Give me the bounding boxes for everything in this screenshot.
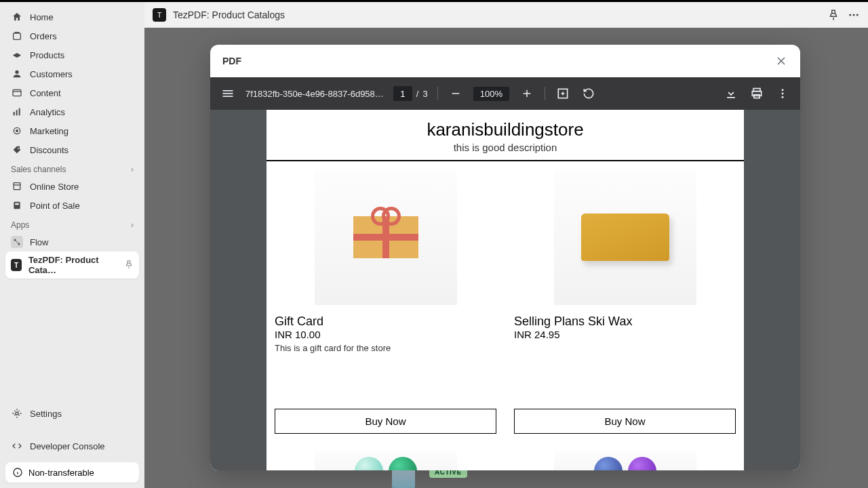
pin-icon[interactable] xyxy=(124,260,134,270)
svg-point-16 xyxy=(849,14,851,16)
product-image xyxy=(554,451,696,470)
fit-page-icon[interactable] xyxy=(555,85,571,102)
nav-content[interactable]: Content xyxy=(5,83,139,102)
svg-rect-4 xyxy=(16,110,18,115)
wax-block-graphic xyxy=(581,214,669,261)
discounts-icon xyxy=(11,144,23,156)
store-icon xyxy=(11,180,23,192)
flow-app-icon xyxy=(11,236,23,248)
chevron-right-icon: › xyxy=(131,220,134,230)
non-transferable-badge: Non-transferable xyxy=(5,462,139,483)
toolbar-more-icon[interactable] xyxy=(774,85,791,102)
channel-label: Point of Sale xyxy=(30,201,80,211)
chevron-right-icon: › xyxy=(131,165,134,174)
analytics-icon xyxy=(11,106,23,118)
svg-rect-20 xyxy=(223,93,233,94)
svg-point-8 xyxy=(18,148,19,149)
nav-label: Products xyxy=(30,50,64,60)
zoom-in-icon[interactable] xyxy=(519,85,535,102)
content-icon xyxy=(11,87,23,99)
customers-icon xyxy=(11,68,23,80)
sales-channels-section[interactable]: Sales channels › xyxy=(5,159,139,177)
svg-point-14 xyxy=(16,412,18,415)
product-name: Selling Plans Ski Wax xyxy=(514,314,736,329)
nav-customers[interactable]: Customers xyxy=(5,64,139,83)
header-app-icon: T xyxy=(153,8,166,22)
header-pin-icon[interactable] xyxy=(827,9,840,21)
nav-marketing[interactable]: Marketing xyxy=(5,121,139,140)
pdf-page: karanisbuildingstore this is good descri… xyxy=(267,110,744,470)
product-card xyxy=(275,451,496,470)
page-input[interactable] xyxy=(393,86,412,101)
rotate-icon[interactable] xyxy=(580,85,597,102)
app-header: T TezPDF: Product Catalogs xyxy=(144,2,868,28)
print-icon[interactable] xyxy=(749,85,765,102)
apps-section[interactable]: Apps › xyxy=(5,215,139,232)
nav-settings[interactable]: Settings xyxy=(5,404,139,423)
app-label: TezPDF: Product Cata… xyxy=(28,255,117,275)
nav-products[interactable]: Products xyxy=(5,45,139,64)
buy-now-button[interactable]: Buy Now xyxy=(275,409,496,434)
catalog-subtitle: this is good description xyxy=(273,142,737,153)
svg-rect-19 xyxy=(223,90,233,92)
code-icon xyxy=(11,440,23,452)
nav-developer-console[interactable]: Developer Console xyxy=(5,436,139,455)
pdf-modal: PDF 7f1832fb-350e-4e96-8837-6d958… / 3 1… xyxy=(210,45,800,470)
app-flow[interactable]: Flow xyxy=(5,232,139,251)
nav-orders[interactable]: Orders xyxy=(5,26,139,45)
close-icon[interactable] xyxy=(774,54,788,68)
product-image xyxy=(554,169,696,305)
marketing-icon xyxy=(11,125,23,137)
svg-rect-28 xyxy=(754,95,760,98)
svg-rect-9 xyxy=(14,185,20,190)
app-label: Flow xyxy=(30,237,48,247)
svg-rect-22 xyxy=(452,93,459,94)
pdf-filename: 7f1832fb-350e-4e96-8837-6d958… xyxy=(245,89,384,99)
buy-now-button[interactable]: Buy Now xyxy=(514,409,736,434)
orders-icon xyxy=(11,30,23,42)
svg-point-29 xyxy=(782,89,784,91)
svg-point-30 xyxy=(782,93,784,95)
svg-rect-3 xyxy=(14,112,15,115)
section-title: Apps xyxy=(11,220,29,230)
product-description: This is a gift card for the store xyxy=(275,343,496,353)
modal-title: PDF xyxy=(222,56,241,66)
home-icon xyxy=(11,11,23,23)
menu-icon[interactable] xyxy=(220,85,236,102)
nav-home[interactable]: Home xyxy=(5,7,139,26)
svg-rect-0 xyxy=(14,33,21,39)
svg-point-18 xyxy=(856,14,859,16)
svg-rect-2 xyxy=(13,89,21,96)
dev-console-label: Developer Console xyxy=(30,441,105,451)
header-title: TezPDF: Product Catalogs xyxy=(173,9,827,20)
gear-icon xyxy=(11,407,23,420)
pdf-toolbar: 7f1832fb-350e-4e96-8837-6d958… / 3 100% xyxy=(210,77,800,110)
channel-online-store[interactable]: Online Store xyxy=(5,177,139,196)
zoom-out-icon[interactable] xyxy=(448,85,464,102)
svg-rect-24 xyxy=(526,90,528,98)
product-price: INR 10.00 xyxy=(275,329,496,340)
product-name: Gift Card xyxy=(275,314,496,329)
nav-label: Orders xyxy=(30,31,57,41)
product-image xyxy=(315,451,457,470)
tezpdf-app-icon: T xyxy=(11,259,22,271)
nav-label: Home xyxy=(30,12,54,22)
svg-point-17 xyxy=(853,14,855,16)
app-tezpdf[interactable]: T TezPDF: Product Cata… xyxy=(5,251,139,279)
page-indicator: / 3 xyxy=(393,86,428,101)
channel-pos[interactable]: Point of Sale xyxy=(5,196,139,215)
svg-rect-11 xyxy=(15,203,18,205)
product-image xyxy=(315,169,457,305)
svg-point-6 xyxy=(16,129,18,132)
nav-label: Marketing xyxy=(30,126,68,136)
catalog-title: karanisbuildingstore xyxy=(273,119,737,140)
header-more-icon[interactable] xyxy=(848,9,860,21)
zoom-level: 100% xyxy=(473,87,509,101)
nav-analytics[interactable]: Analytics xyxy=(5,102,139,121)
sidebar: Home Orders Products Customers Content A… xyxy=(0,2,144,488)
nav-label: Analytics xyxy=(30,107,65,117)
nav-label: Content xyxy=(30,88,61,98)
pdf-viewport[interactable]: karanisbuildingstore this is good descri… xyxy=(210,110,800,470)
download-icon[interactable] xyxy=(723,85,739,102)
nav-discounts[interactable]: Discounts xyxy=(5,140,139,159)
